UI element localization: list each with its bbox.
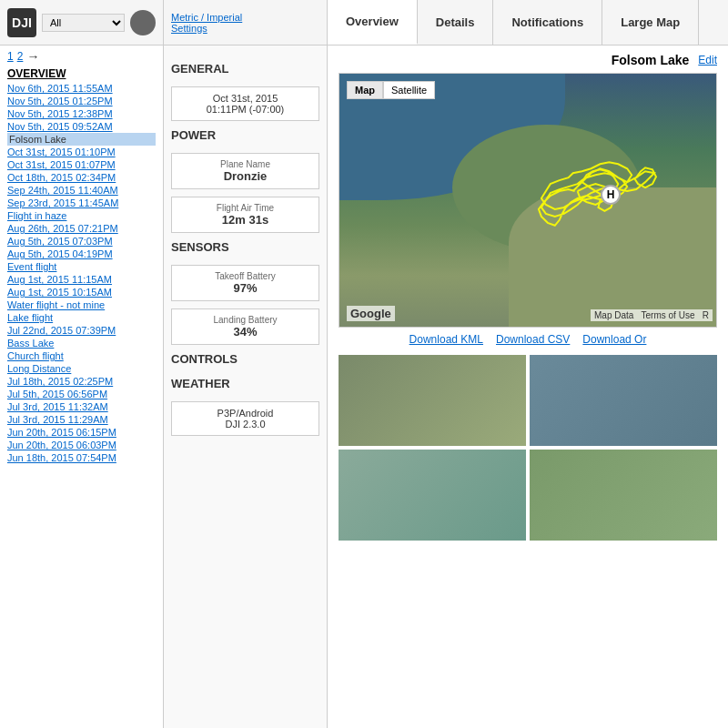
flight-item[interactable]: Aug 26th, 2015 07:21PM xyxy=(7,222,156,235)
flight-item[interactable]: Jul 3rd, 2015 11:29AM xyxy=(7,413,156,426)
flight-item[interactable]: Oct 31st, 2015 01:10PM xyxy=(7,146,156,158)
download-csv-link[interactable]: Download CSV xyxy=(496,333,570,346)
landing-battery-box: Landing Battery 34% xyxy=(171,308,319,345)
device-box: P3P/Android DJI 2.3.0 xyxy=(171,401,319,436)
flight-item[interactable]: Bass Lake xyxy=(7,337,156,349)
page-1-link[interactable]: 1 xyxy=(7,50,14,63)
flight-item[interactable]: Jul 5th, 2015 06:56PM xyxy=(7,388,156,400)
flight-path-svg xyxy=(339,74,716,327)
top-nav: DJI All Metric / Imperial Settings Overv… xyxy=(0,0,728,46)
tab-notifications[interactable]: Notifications xyxy=(493,0,602,45)
next-arrow[interactable]: → xyxy=(26,49,39,64)
flight-item[interactable]: Jul 18th, 2015 02:25PM xyxy=(7,375,156,388)
section-weather: WEATHER xyxy=(171,377,319,390)
flight-item[interactable]: Flight in haze xyxy=(7,209,156,222)
flight-item[interactable]: Nov 6th, 2015 11:55AM xyxy=(7,82,156,95)
top-nav-left: DJI All xyxy=(0,0,164,45)
date-box: Oct 31st, 2015 01:11PM (-07:00) xyxy=(171,86,319,121)
section-power: POWER xyxy=(171,128,319,142)
app-logo: DJI xyxy=(7,8,36,37)
flight-item[interactable]: Oct 31st, 2015 01:07PM xyxy=(7,158,156,171)
flight-item[interactable]: Nov 5th, 2015 09:52AM xyxy=(7,120,156,133)
satellite-button[interactable]: Satellite xyxy=(383,81,435,99)
sidebar: 1 2 → OVERVIEW Nov 6th, 2015 11:55AMNov … xyxy=(0,46,164,728)
flight-air-time-box: Flight Air Time 12m 31s xyxy=(171,197,319,233)
tab-large-map[interactable]: Large Map xyxy=(602,0,699,45)
flight-item[interactable]: Aug 1st, 2015 11:15AM xyxy=(7,273,156,286)
flight-item[interactable]: Aug 1st, 2015 10:15AM xyxy=(7,286,156,298)
flight-item[interactable]: Long Distance xyxy=(7,362,156,375)
tab-bar: Overview Details Notifications Large Map xyxy=(328,0,728,45)
download-other-link[interactable]: Download Or xyxy=(582,333,646,346)
section-controls: CONTROLS xyxy=(171,352,319,366)
tab-overview[interactable]: Overview xyxy=(328,0,418,45)
breadcrumb-link[interactable]: Metric / Imperial xyxy=(171,12,319,23)
flight-item[interactable]: Nov 5th, 2015 12:38PM xyxy=(7,107,156,120)
tab-details[interactable]: Details xyxy=(418,0,494,45)
edit-link[interactable]: Edit xyxy=(698,54,717,66)
google-label: Google xyxy=(347,306,395,321)
pagination: 1 2 → xyxy=(7,49,156,64)
photo-grid xyxy=(339,355,717,541)
flight-list: Nov 6th, 2015 11:55AMNov 5th, 2015 01:25… xyxy=(7,82,156,464)
photo-thumb-2[interactable] xyxy=(530,355,717,446)
flight-item[interactable]: Jul 22nd, 2015 07:39PM xyxy=(7,324,156,337)
map-button[interactable]: Map xyxy=(347,81,383,99)
takeoff-battery-box: Takeoff Battery 97% xyxy=(171,265,319,301)
flight-item[interactable]: Jun 18th, 2015 07:54PM xyxy=(7,451,156,464)
flight-item[interactable]: Jul 3rd, 2015 11:32AM xyxy=(7,400,156,413)
page-2-link[interactable]: 2 xyxy=(17,50,24,63)
download-kml-link[interactable]: Download KML xyxy=(410,333,483,346)
plane-name-box: Plane Name Dronzie xyxy=(171,153,319,189)
settings-link[interactable]: Settings xyxy=(171,23,319,34)
flight-item[interactable]: Water flight - not mine xyxy=(7,298,156,311)
map-footer: Map Data Terms of Use R xyxy=(591,309,713,321)
flight-item[interactable]: Oct 18th, 2015 02:34PM xyxy=(7,171,156,184)
main-area: 1 2 → OVERVIEW Nov 6th, 2015 11:55AMNov … xyxy=(0,46,728,728)
home-marker: H xyxy=(601,185,621,205)
flight-item[interactable]: Lake flight xyxy=(7,311,156,324)
section-general: GENERAL xyxy=(171,62,319,76)
flight-item[interactable]: Event flight xyxy=(7,260,156,273)
photo-thumb-3[interactable] xyxy=(339,450,526,541)
flight-item[interactable]: Nov 5th, 2015 01:25PM xyxy=(7,95,156,107)
flight-item[interactable]: Aug 5th, 2015 07:03PM xyxy=(7,235,156,248)
breadcrumb-area: Metric / Imperial Settings xyxy=(164,0,328,45)
flight-item[interactable]: Sep 24th, 2015 11:40AM xyxy=(7,184,156,197)
flight-item[interactable]: Church flight xyxy=(7,349,156,362)
filter-select[interactable]: All xyxy=(42,14,125,32)
middle-panel: GENERAL Oct 31st, 2015 01:11PM (-07:00) … xyxy=(164,46,328,728)
photo-thumb-4[interactable] xyxy=(530,450,717,541)
flight-item[interactable]: Aug 5th, 2015 04:19PM xyxy=(7,248,156,260)
location-title: Folsom Lake xyxy=(612,53,690,67)
right-panel: Folsom Lake Edit xyxy=(328,46,728,728)
overview-label: OVERVIEW xyxy=(7,67,156,80)
download-links: Download KML Download CSV Download Or xyxy=(339,333,717,346)
avatar xyxy=(130,10,156,35)
flight-item[interactable]: Folsom Lake xyxy=(7,133,156,146)
flight-item[interactable]: Jun 20th, 2015 06:15PM xyxy=(7,426,156,439)
section-sensors: SENSORS xyxy=(171,240,319,254)
photo-thumb-1[interactable] xyxy=(339,355,526,446)
flight-item[interactable]: Jun 20th, 2015 06:03PM xyxy=(7,439,156,451)
map-controls: Map Satellite xyxy=(347,81,435,99)
flight-item[interactable]: Sep 23rd, 2015 11:45AM xyxy=(7,197,156,209)
location-header: Folsom Lake Edit xyxy=(339,53,717,67)
map-container: Map Satellite H Google Map Data Terms of… xyxy=(339,73,717,328)
